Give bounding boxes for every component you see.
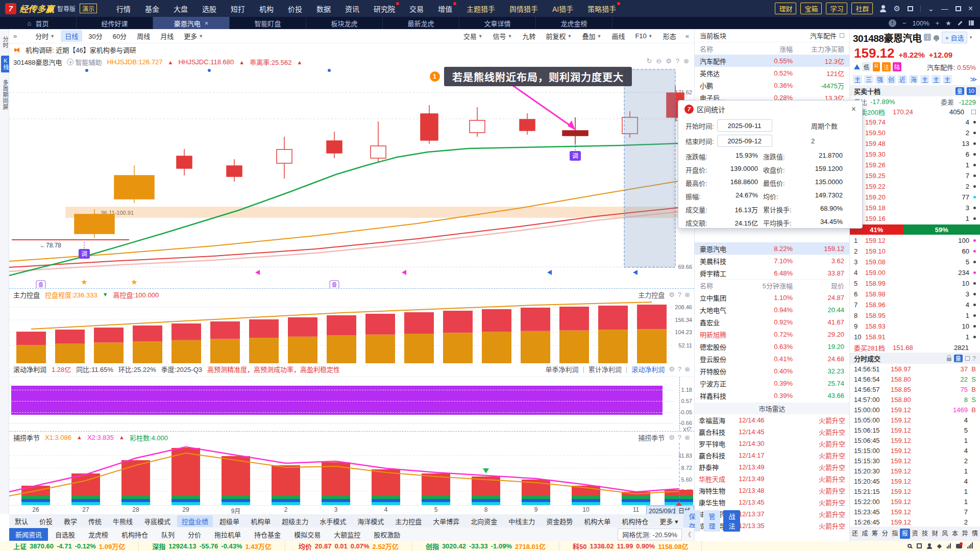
mini-tab[interactable]: 筹	[870, 529, 880, 539]
help-icon[interactable]: ?	[972, 355, 976, 362]
radar-row[interactable]: 赢合科技12/14:45火箭升空	[695, 426, 849, 438]
sector-change[interactable]: 汽车配件: 0.55%	[927, 62, 976, 72]
sector-row[interactable]: 大地电气0.94%20.44	[695, 304, 849, 316]
period-button[interactable]: 分时▼	[31, 30, 59, 42]
strategy-button[interactable]: 超级单	[215, 515, 244, 527]
menu-item[interactable]: 舆情猎手	[502, 0, 545, 17]
menu-item[interactable]: 短打	[224, 0, 252, 17]
info-tab[interactable]: 队列	[155, 528, 181, 541]
radar-row[interactable]: 舒泰神12/13:49火箭升空	[695, 461, 849, 473]
chart-tool-button[interactable]: 画线	[607, 30, 629, 42]
mini-tab[interactable]: 情	[970, 529, 980, 539]
kline-pane[interactable]: 301488豪恩汽电 ▾ 智能辅助 HHJSJDB:126.727▲ HHJSJ…	[9, 56, 694, 288]
help-icon[interactable]: ?	[678, 291, 681, 298]
menu-item[interactable]: 增值	[431, 0, 459, 17]
menu-item[interactable]: 主题猎手	[459, 0, 502, 17]
index-quote[interactable]: 创指3020.42-33.33-1.09%2718.01亿	[412, 541, 559, 551]
profit-tab[interactable]: 滚动净利润	[631, 364, 665, 374]
info-tab[interactable]: 自选股	[49, 528, 81, 541]
calendar-icon[interactable]	[917, 543, 922, 548]
sell-row[interactable]: 159.48 13	[850, 138, 980, 149]
collapse-icon[interactable]: «	[685, 32, 689, 40]
sell-row[interactable]: 159.20 77	[850, 192, 980, 203]
attribute-chip[interactable]: 近	[898, 75, 907, 84]
chart-tool-button[interactable]: 叠加▼	[578, 30, 605, 42]
tick-row[interactable]: 14:56:51158.97 37B	[850, 364, 980, 374]
quick-button[interactable]: 宝箱	[800, 3, 822, 14]
sell-row[interactable]: 159.25 7	[850, 170, 980, 181]
mini-tab[interactable]: 本	[950, 529, 960, 539]
quick-button[interactable]: 学习	[826, 3, 847, 14]
chart-tool-button[interactable]: F10▼	[631, 30, 656, 42]
strategy-button[interactable]: 大单博弈	[428, 515, 464, 527]
gear-icon[interactable]: ⚙	[669, 291, 675, 298]
buy-row[interactable]: 10158.91 1	[850, 332, 980, 342]
mini-tab[interactable]: 资	[910, 529, 920, 539]
close-icon[interactable]: ⊗	[683, 57, 689, 65]
radar-row[interactable]: 幸福蓝海12/14:46火箭升空	[695, 414, 849, 426]
tick-row[interactable]: 15:23:45159.12 7	[850, 507, 980, 517]
grid-forecast[interactable]: 网格优测: -20.59%	[618, 529, 682, 540]
workspace-tab[interactable]: 龙虎金榜	[536, 17, 612, 29]
workspace-tab[interactable]: 最新龙虎	[383, 17, 459, 29]
collapse-up-icon[interactable]: 《	[685, 530, 691, 539]
expand-right-icon[interactable]: »	[13, 32, 17, 40]
chart-icon[interactable]	[947, 543, 951, 548]
sector-row[interactable]: 英伟达0.52%121亿	[695, 67, 849, 79]
strategy-button[interactable]: 北向资金	[466, 515, 502, 527]
period-button[interactable]: 月线	[156, 30, 178, 42]
chevron-down-icon[interactable]: ⌄	[928, 5, 934, 13]
mini-tab[interactable]: 技	[920, 529, 930, 539]
dialog-close-icon[interactable]: ×	[851, 105, 856, 114]
gear-icon[interactable]: ⚙	[669, 365, 675, 373]
minimize-icon[interactable]: —	[941, 5, 948, 13]
menu-item[interactable]: 数据	[309, 0, 338, 17]
mini-tab[interactable]: 分	[880, 529, 890, 539]
sell-row[interactable]: 159.16 1	[850, 213, 980, 224]
radar-row[interactable]: 海特生物12/13:48火箭升空	[695, 485, 849, 496]
tick-row[interactable]: 15:00:00159.12 1469B	[850, 405, 980, 415]
period-button[interactable]: 日线	[61, 30, 82, 42]
menu-item[interactable]: 交易	[402, 0, 431, 17]
strategy-button[interactable]: 寻底模式	[139, 515, 175, 527]
user-icon[interactable]	[880, 9, 886, 12]
menu-item[interactable]: AI猎手	[545, 0, 580, 17]
info-tab[interactable]: 模拟交易	[288, 528, 327, 541]
chevron-down-icon[interactable]: ▾	[970, 35, 972, 40]
tick-row[interactable]: 15:15:30159.12 2	[850, 456, 980, 466]
sector-row[interactable]: 祥鑫科技0.39%43.66	[695, 389, 849, 402]
action-button[interactable]: 战法	[723, 510, 740, 532]
workspace-tab[interactable]: 豪恩汽电×	[153, 17, 230, 29]
depth-badge[interactable]: 10	[967, 87, 976, 95]
close-icon[interactable]: ⊗	[684, 365, 690, 373]
tick-row[interactable]: 15:15:00159.12 4	[850, 445, 980, 456]
tick-row[interactable]: 15:26:45159.12 2	[850, 517, 980, 527]
expand-icon[interactable]	[965, 356, 970, 361]
strategy-button[interactable]: 牛熊线	[108, 515, 137, 527]
mini-tab[interactable]: 还	[850, 529, 860, 539]
message-icon[interactable]	[956, 544, 962, 548]
action-button[interactable]: 管理	[703, 510, 720, 532]
period-button[interactable]: 30分	[84, 30, 106, 42]
strategy-button[interactable]: 主力控盘	[390, 515, 426, 527]
help-icon[interactable]: ?	[676, 57, 679, 65]
buy-row[interactable]: 2159.10 60	[850, 246, 980, 257]
buy-summary-row[interactable]: 委买281档 151.68 2821	[850, 342, 980, 353]
attribute-chip[interactable]: 主	[943, 75, 952, 84]
tick-row[interactable]: 15:05:00159.12 4	[850, 415, 980, 425]
signal-icon[interactable]	[967, 543, 973, 548]
pencil-icon[interactable]	[958, 20, 962, 25]
strategy-button[interactable]: 海洋模式	[353, 515, 388, 527]
tick-row[interactable]: 14:56:57158.85 75B	[850, 384, 980, 394]
start-date-input[interactable]: 2025-09-11	[717, 119, 772, 132]
tick-row[interactable]: 15:06:45159.12 1	[850, 435, 980, 445]
panel-layout-icon[interactable]	[969, 20, 974, 26]
sector-row[interactable]: 立中集团1.10%24.87	[695, 291, 849, 304]
attribute-chip[interactable]: 三	[864, 75, 873, 84]
sector-row[interactable]: 开特股份0.40%32.23	[695, 365, 849, 377]
sell-row[interactable]: 159.50 2	[850, 128, 980, 138]
close-window-icon[interactable]: ×	[968, 4, 973, 13]
tick-row[interactable]: 14:56:54158.80 22S	[850, 374, 980, 384]
layout-icon[interactable]	[908, 6, 913, 11]
strategy-button[interactable]: 资金趋势	[542, 515, 577, 527]
